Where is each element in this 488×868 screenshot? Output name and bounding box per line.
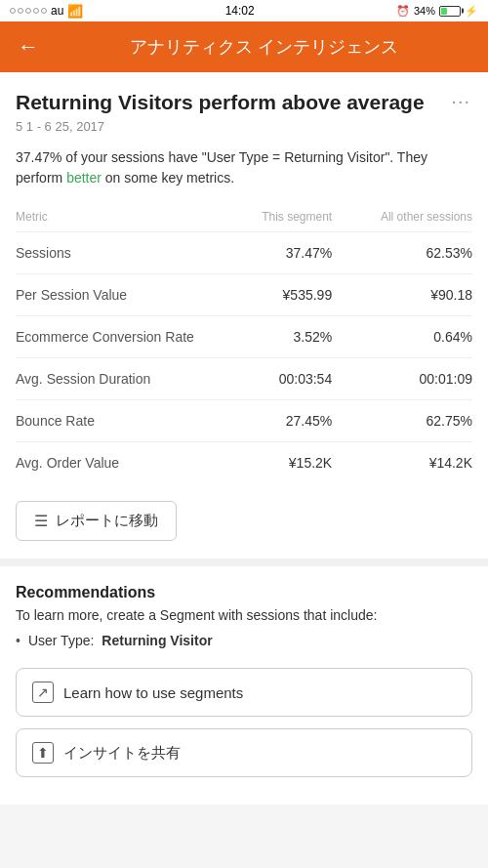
status-time: 14:02 (225, 4, 255, 18)
report-button[interactable]: ☰ レポートに移動 (16, 501, 177, 541)
all-other-value: 62.75% (332, 400, 472, 442)
this-segment-value: 3.52% (224, 316, 332, 358)
back-button[interactable]: ← (14, 30, 43, 63)
col-metric: Metric (16, 206, 224, 232)
card-description: 37.47% of your sessions have "User Type … (16, 147, 472, 188)
this-segment-value: 27.45% (224, 400, 332, 442)
all-other-value: ¥90.18 (332, 274, 472, 316)
report-button-label: レポートに移動 (56, 512, 158, 530)
wifi-icon: 📶 (67, 4, 83, 19)
date-range: 5 1 - 6 25, 2017 (16, 119, 472, 134)
rec-item-prefix: User Type: (28, 633, 94, 648)
description-part2: on some key metrics. (102, 170, 234, 186)
table-row: Sessions37.47%62.53% (16, 232, 472, 274)
metric-name: Avg. Session Duration (16, 358, 224, 400)
metric-name: Ecommerce Conversion Rate (16, 316, 224, 358)
status-right: ⏰ 34% ⚡ (396, 5, 478, 18)
battery-indicator (439, 6, 461, 17)
table-row: Bounce Rate27.45%62.75% (16, 400, 472, 442)
table-row: Avg. Order Value¥15.2K¥14.2K (16, 442, 472, 484)
col-all-other: All other sessions (332, 206, 472, 232)
share-insight-label: インサイトを共有 (63, 744, 181, 763)
all-other-value: 00:01:09 (332, 358, 472, 400)
recommendations-desc: To learn more, create a Segment with ses… (16, 607, 472, 623)
recommendations-title: Recommendations (16, 584, 472, 601)
charging-icon: ⚡ (465, 5, 478, 18)
signal-dots (10, 8, 47, 14)
learn-segments-label: Learn how to use segments (63, 684, 243, 701)
better-keyword: better (66, 170, 102, 186)
carrier-label: au (51, 4, 63, 18)
metric-name: Per Session Value (16, 274, 224, 316)
card-header: Returning Visitors perform above average… (16, 90, 472, 115)
nav-bar: ← アナリティクス インテリジェンス (0, 21, 488, 72)
recommendations-section: Recommendations To learn more, create a … (16, 584, 472, 777)
metric-name: Avg. Order Value (16, 442, 224, 484)
more-options-button[interactable]: ··· (449, 90, 472, 112)
metrics-table: Metric This segment All other sessions S… (16, 206, 472, 483)
learn-segments-button[interactable]: ↗ Learn how to use segments (16, 668, 472, 717)
share-icon: ⬆ (32, 742, 54, 764)
this-segment-value: ¥535.99 (224, 274, 332, 316)
battery-percent: 34% (414, 5, 435, 17)
col-this-segment: This segment (224, 206, 332, 232)
recommendations-list: User Type: Returning Visitor (16, 631, 472, 650)
share-insight-button[interactable]: ⬆ インサイトを共有 (16, 728, 472, 777)
card-title: Returning Visitors perform above average (16, 90, 449, 115)
section-divider (0, 558, 488, 566)
this-segment-value: ¥15.2K (224, 442, 332, 484)
report-icon: ☰ (34, 512, 48, 530)
metric-name: Sessions (16, 232, 224, 274)
table-row: Per Session Value¥535.99¥90.18 (16, 274, 472, 316)
alarm-icon: ⏰ (396, 5, 410, 18)
table-row: Avg. Session Duration00:03:5400:01:09 (16, 358, 472, 400)
all-other-value: 62.53% (332, 232, 472, 274)
nav-title: アナリティクス インテリジェンス (55, 35, 474, 59)
this-segment-value: 37.47% (224, 232, 332, 274)
external-link-icon: ↗ (32, 682, 54, 703)
all-other-value: 0.64% (332, 316, 472, 358)
this-segment-value: 00:03:54 (224, 358, 332, 400)
table-row: Ecommerce Conversion Rate3.52%0.64% (16, 316, 472, 358)
all-other-value: ¥14.2K (332, 442, 472, 484)
metric-name: Bounce Rate (16, 400, 224, 442)
rec-item-value: Returning Visitor (102, 633, 212, 648)
list-item: User Type: Returning Visitor (16, 631, 472, 650)
status-left: au 📶 (10, 4, 83, 19)
main-content: Returning Visitors perform above average… (0, 72, 488, 805)
status-bar: au 📶 14:02 ⏰ 34% ⚡ (0, 0, 488, 21)
